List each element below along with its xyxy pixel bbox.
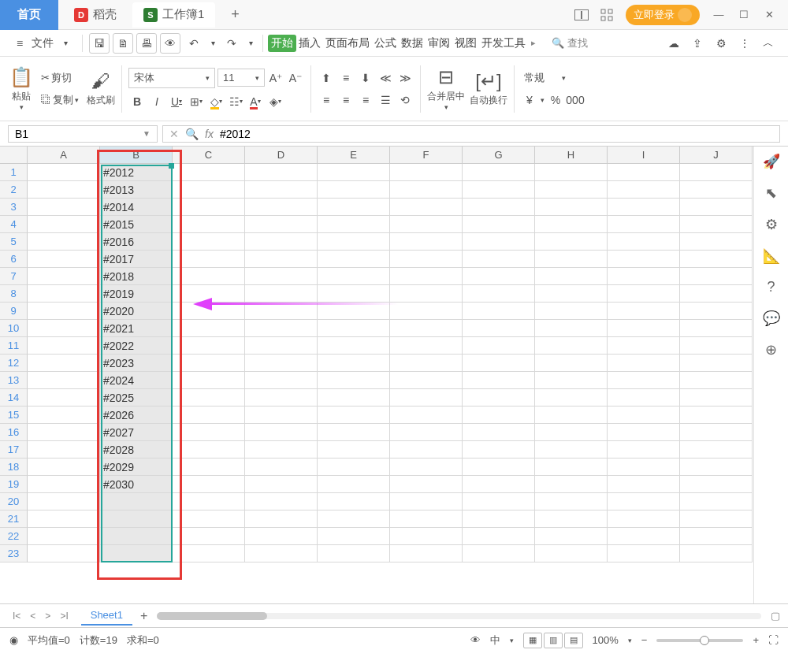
collapse-ribbon-icon[interactable]: ︿ <box>758 33 779 54</box>
row-header-11[interactable]: 11 <box>0 337 28 355</box>
sheet-nav-first[interactable]: I< <box>8 611 25 622</box>
minimize-button[interactable]: — <box>706 2 731 28</box>
column-header-F[interactable]: F <box>390 147 463 164</box>
cell[interactable] <box>535 476 608 493</box>
tab-data[interactable]: 数据 <box>399 36 426 50</box>
eye-icon[interactable]: 👁 <box>470 634 481 646</box>
cell[interactable] <box>608 303 680 320</box>
cell[interactable] <box>680 216 753 233</box>
cell[interactable] <box>28 199 100 216</box>
share-icon[interactable]: ⇪ <box>687 33 708 54</box>
cell[interactable] <box>535 337 608 355</box>
clear-format-button[interactable]: ◈▾ <box>266 93 284 110</box>
cell-style-button[interactable]: ☷▾ <box>227 93 244 110</box>
cell[interactable] <box>535 355 608 372</box>
ruler-icon[interactable]: 📐 <box>763 247 780 265</box>
cell[interactable] <box>390 268 463 285</box>
cell[interactable] <box>535 303 608 320</box>
cell[interactable] <box>390 424 463 441</box>
cell[interactable] <box>390 441 463 459</box>
cell[interactable] <box>680 528 753 545</box>
cell[interactable] <box>680 389 753 407</box>
help-icon[interactable]: ? <box>767 279 775 295</box>
cell[interactable] <box>608 441 680 459</box>
cell[interactable] <box>245 337 318 355</box>
cell[interactable] <box>28 372 100 389</box>
cell[interactable] <box>28 181 100 199</box>
location-icon[interactable]: ⊕ <box>765 341 777 358</box>
cell[interactable]: #2018 <box>100 268 173 285</box>
currency-button[interactable]: ¥ <box>521 91 538 109</box>
fill-color-button[interactable]: ◇▾ <box>207 93 225 110</box>
cell[interactable] <box>608 528 680 545</box>
cell[interactable] <box>463 199 535 216</box>
cell[interactable] <box>245 528 318 545</box>
cell[interactable] <box>28 528 100 545</box>
cell[interactable] <box>245 251 318 268</box>
cell[interactable] <box>463 233 535 251</box>
cell[interactable] <box>173 251 245 268</box>
cell-grid[interactable]: #2012#2013#2014#2015#2016#2017#2018#2019… <box>28 164 753 562</box>
row-header-1[interactable]: 1 <box>0 164 28 181</box>
zoom-value[interactable]: 100% <box>593 634 619 646</box>
cell[interactable] <box>318 181 390 199</box>
cell[interactable] <box>535 424 608 441</box>
cell[interactable] <box>318 164 390 181</box>
thousands-button[interactable]: 000 <box>567 91 584 109</box>
scrollbar-thumb[interactable] <box>157 612 267 620</box>
tab-start[interactable]: 开始 <box>268 35 296 52</box>
cell[interactable] <box>463 528 535 545</box>
cell[interactable] <box>535 233 608 251</box>
cell[interactable] <box>318 441 390 459</box>
cell[interactable] <box>318 476 390 493</box>
cell[interactable] <box>318 233 390 251</box>
cell[interactable] <box>463 268 535 285</box>
cell[interactable] <box>245 441 318 459</box>
view-pagebreak-button[interactable]: ▤ <box>564 633 583 648</box>
cell[interactable] <box>680 372 753 389</box>
formula-bar[interactable]: ✕ 🔍 fx #2012 <box>162 125 780 143</box>
column-header-I[interactable]: I <box>608 147 680 164</box>
cell[interactable] <box>680 355 753 372</box>
column-header-B[interactable]: B <box>100 147 173 164</box>
merge-center-button[interactable]: ⊟ 合并居中▾ <box>427 66 465 111</box>
cell[interactable] <box>608 389 680 407</box>
cell[interactable] <box>173 441 245 459</box>
cell[interactable] <box>28 268 100 285</box>
cell[interactable] <box>390 493 463 510</box>
zoom-in-button[interactable]: + <box>753 634 759 646</box>
align-center-button[interactable]: ≡ <box>337 91 355 109</box>
cell[interactable] <box>608 372 680 389</box>
cell[interactable] <box>245 389 318 407</box>
cell[interactable] <box>100 510 173 528</box>
decrease-indent-button[interactable]: ≪ <box>377 69 394 87</box>
cell[interactable]: #2012 <box>100 164 173 181</box>
cell[interactable] <box>463 493 535 510</box>
tab-view[interactable]: 视图 <box>452 36 479 50</box>
row-header-15[interactable]: 15 <box>0 407 28 424</box>
column-header-D[interactable]: D <box>245 147 318 164</box>
cell[interactable] <box>245 476 318 493</box>
cell[interactable] <box>173 355 245 372</box>
cell[interactable] <box>28 355 100 372</box>
cell[interactable] <box>680 251 753 268</box>
cell[interactable] <box>535 216 608 233</box>
select-all-corner[interactable] <box>0 147 28 164</box>
wrap-text-button[interactable]: [↵] 自动换行 <box>470 70 507 107</box>
cell[interactable] <box>28 510 100 528</box>
cell[interactable] <box>318 199 390 216</box>
cell[interactable] <box>173 510 245 528</box>
redo-icon[interactable]: ↷ <box>221 33 242 54</box>
copy-button[interactable]: ⿻复制▾ <box>38 91 82 109</box>
cell[interactable] <box>173 372 245 389</box>
cell[interactable] <box>463 216 535 233</box>
cell[interactable] <box>173 407 245 424</box>
column-header-J[interactable]: J <box>680 147 753 164</box>
cell[interactable]: #2016 <box>100 233 173 251</box>
cell[interactable] <box>28 216 100 233</box>
tab-insert[interactable]: 插入 <box>296 36 323 50</box>
add-sheet-button[interactable]: + <box>140 609 147 623</box>
cell[interactable] <box>535 545 608 562</box>
cell[interactable]: #2024 <box>100 372 173 389</box>
row-header-23[interactable]: 23 <box>0 545 28 562</box>
